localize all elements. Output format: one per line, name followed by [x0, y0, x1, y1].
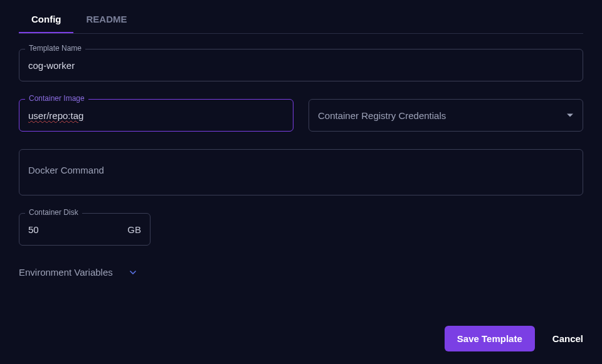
- registry-credentials-placeholder: Container Registry Credentials: [318, 110, 446, 121]
- container-disk-field: Container Disk GB: [19, 213, 150, 246]
- docker-command-input[interactable]: Docker Command: [19, 149, 583, 195]
- container-image-field: Container Image user/repo:tag: [19, 99, 293, 132]
- container-image-label: Container Image: [25, 94, 88, 103]
- tab-readme[interactable]: README: [73, 5, 139, 33]
- environment-variables-label: Environment Variables: [19, 267, 113, 278]
- docker-command-label: Docker Command: [28, 165, 104, 175]
- registry-credentials-select[interactable]: Container Registry Credentials: [309, 99, 583, 132]
- docker-command-field: Docker Command: [19, 149, 583, 195]
- container-disk-label: Container Disk: [25, 208, 82, 217]
- template-name-label: Template Name: [25, 44, 85, 53]
- environment-variables-toggle[interactable]: Environment Variables: [19, 267, 583, 278]
- cancel-button[interactable]: Cancel: [552, 333, 583, 344]
- container-image-input[interactable]: user/repo:tag: [28, 110, 284, 121]
- tab-bar: Config README: [19, 5, 583, 34]
- dropdown-caret-icon: [567, 114, 573, 117]
- template-name-input[interactable]: [28, 60, 574, 71]
- chevron-down-icon: [128, 268, 138, 278]
- container-disk-input-wrap[interactable]: GB: [19, 213, 150, 246]
- template-name-field: Template Name: [19, 49, 583, 81]
- container-disk-input[interactable]: [28, 224, 96, 235]
- template-name-input-wrap[interactable]: [19, 49, 583, 81]
- tab-config[interactable]: Config: [19, 5, 73, 33]
- dialog-footer: Save Template Cancel: [445, 326, 583, 351]
- container-disk-unit: GB: [127, 224, 141, 235]
- container-image-input-wrap[interactable]: user/repo:tag: [19, 99, 293, 132]
- registry-credentials-field: Container Registry Credentials: [309, 99, 583, 132]
- save-template-button[interactable]: Save Template: [445, 326, 535, 351]
